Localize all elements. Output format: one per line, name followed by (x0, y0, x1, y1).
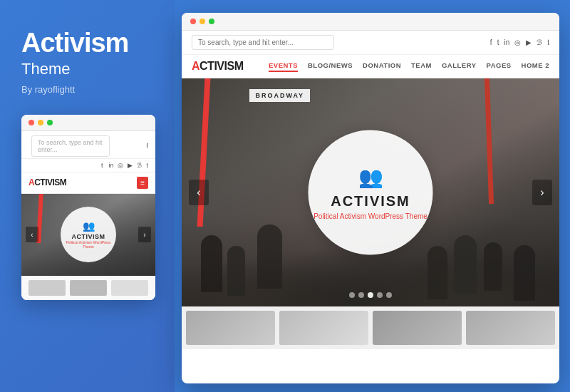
desktop-header-top: f t in ◎ ▶ ℬ t (182, 31, 559, 55)
mobile-search-input[interactable]: To search, type and hit enter... (31, 135, 110, 157)
mobile-topbar (21, 115, 155, 131)
mobile-nav-bar: ACTIVISM ≡ (21, 172, 155, 194)
desktop-nav-links: EVENTS BLOG/NEWS DONATION TEAM GALLERY P… (269, 61, 549, 72)
nav-link-events[interactable]: EVENTS (269, 61, 298, 72)
desktop-thumbnails (182, 306, 559, 349)
desktop-hero-bg: BROADWAY 👥 ACTIVISM Political Activism W… (182, 78, 559, 306)
desktop-blog-icon: ℬ (537, 38, 542, 46)
mobile-twitter-icon: t (101, 162, 103, 169)
desktop-close-dot (190, 19, 196, 24)
mobile-linkedin-icon: in (108, 162, 113, 169)
desktop-logo: ACTIVISM (192, 60, 243, 73)
nav-link-blognews[interactable]: BLOG/NEWS (308, 61, 353, 72)
author-text: By rayoflightt (21, 84, 75, 95)
mobile-prev-button[interactable]: ‹ (26, 227, 38, 242)
desktop-instagram-icon: ◎ (514, 38, 521, 46)
desktop-hero: BROADWAY 👥 ACTIVISM Political Activism W… (182, 78, 559, 306)
mobile-social-row: t in ◎ ▶ ℬ t (21, 159, 155, 172)
maximize-dot (47, 120, 53, 125)
nav-link-pages[interactable]: PAGES (487, 61, 512, 72)
mobile-hero-subtitle: Political Activism WordPress Theme (61, 240, 116, 249)
mobile-youtube-icon: ▶ (128, 162, 133, 169)
desktop-maximize-dot (209, 19, 214, 24)
desktop-thumb-1 (186, 311, 275, 345)
nav-link-home2[interactable]: HOME 2 (522, 61, 549, 72)
close-dot (28, 120, 34, 125)
slide-indicators (349, 292, 392, 298)
mobile-thumb-2 (70, 280, 107, 296)
desktop-thumb-3 (373, 311, 462, 345)
desktop-prev-button[interactable]: ‹ (189, 180, 209, 205)
mobile-hero-title: ACTIVISM (71, 233, 105, 240)
mobile-hamburger-icon[interactable]: ≡ (137, 177, 148, 189)
mobile-people-icon: 👥 (83, 220, 95, 232)
desktop-facebook-icon: f (490, 38, 492, 46)
mobile-hero: 👥 ACTIVISM Political Activism WordPress … (21, 194, 155, 276)
hero-subtitle: Political Activism WordPress Theme (314, 212, 428, 220)
slide-dot-3[interactable] (368, 292, 373, 298)
desktop-next-button[interactable]: › (532, 180, 552, 205)
mobile-thumb-1 (28, 280, 66, 296)
desktop-header: f t in ◎ ▶ ℬ t ACTIVISM EVENTS BLOG/NEWS… (182, 31, 559, 78)
desktop-thumb-2 (279, 311, 368, 345)
hero-title: ACTIVISM (331, 193, 410, 210)
mobile-instagram-icon: ◎ (118, 162, 123, 169)
desktop-linkedin-icon: in (504, 38, 509, 46)
slide-dot-5[interactable] (386, 292, 392, 298)
broadway-sign: BROADWAY (249, 89, 310, 102)
slide-dot-4[interactable] (377, 292, 383, 298)
desktop-topbar (182, 13, 559, 31)
mobile-facebook-icon: f (146, 143, 148, 150)
desktop-youtube-icon: ▶ (526, 38, 532, 46)
desktop-social-icons: f t in ◎ ▶ ℬ t (490, 38, 549, 46)
slide-dot-2[interactable] (358, 292, 364, 298)
nav-link-gallery[interactable]: GALLERY (442, 61, 477, 72)
nav-link-donation[interactable]: DONATION (363, 61, 401, 72)
mobile-next-button[interactable]: › (138, 227, 151, 242)
mobile-card-thumbs (21, 276, 155, 300)
theme-subtitle: Theme (21, 60, 70, 78)
mobile-thumb-3 (111, 280, 148, 296)
desktop-hero-circle: 👥 ACTIVISM Political Activism WordPress … (309, 130, 433, 255)
mobile-tumblr-icon1: ℬ (137, 162, 142, 169)
desktop-twitter-icon: t (497, 38, 499, 46)
mobile-logo: ACTIVISM (28, 177, 66, 187)
desktop-preview-card: f t in ◎ ▶ ℬ t ACTIVISM EVENTS BLOG/NEWS… (182, 13, 559, 383)
minimize-dot (38, 120, 43, 125)
desktop-nav: ACTIVISM EVENTS BLOG/NEWS DONATION TEAM … (182, 55, 559, 78)
mobile-hero-overlay: 👥 ACTIVISM Political Activism WordPress … (61, 207, 116, 262)
left-panel: Activism Theme By rayoflightt To search,… (0, 0, 175, 392)
slide-dot-1[interactable] (349, 292, 355, 298)
desktop-minimize-dot (200, 19, 205, 24)
hero-people-icon: 👥 (358, 165, 383, 189)
desktop-thumb-4 (466, 311, 555, 345)
theme-title: Activism (21, 29, 128, 58)
desktop-search-input[interactable] (192, 35, 334, 50)
desktop-tumblr-icon: t (547, 38, 549, 46)
mobile-tumblr-icon2: t (146, 162, 148, 169)
nav-link-team[interactable]: TEAM (411, 61, 432, 72)
mobile-preview-card: To search, type and hit enter... f t in … (21, 115, 155, 300)
